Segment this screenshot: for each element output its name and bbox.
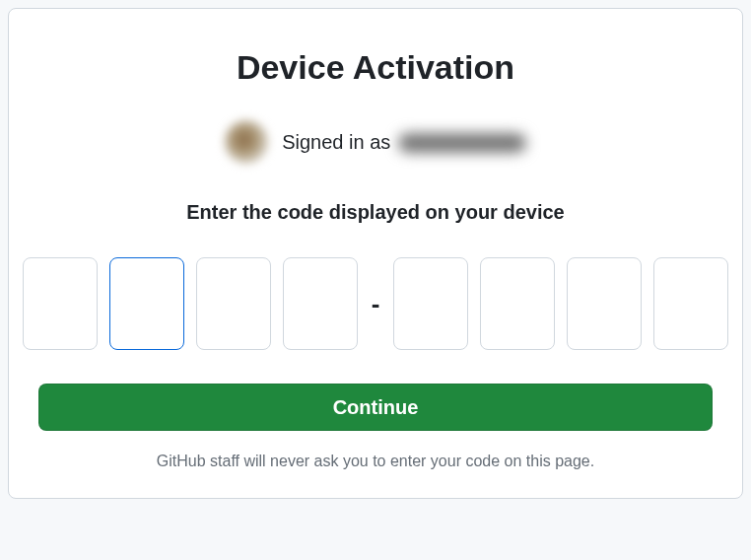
code-separator: -	[370, 289, 382, 319]
signed-in-label: Signed in as	[282, 131, 390, 153]
footer-note: GitHub staff will never ask you to enter…	[157, 453, 594, 470]
code-input-1[interactable]	[23, 257, 98, 350]
code-input-6[interactable]	[480, 257, 555, 350]
code-input-row: -	[38, 257, 713, 350]
signed-in-text: Signed in as	[282, 131, 526, 154]
code-input-7[interactable]	[567, 257, 642, 350]
continue-button[interactable]: Continue	[38, 384, 713, 431]
instruction-text: Enter the code displayed on your device	[186, 201, 564, 224]
code-input-8[interactable]	[653, 257, 728, 350]
code-input-5[interactable]	[393, 257, 468, 350]
activation-card: Device Activation Signed in as Enter the…	[8, 8, 743, 499]
code-input-4[interactable]	[283, 257, 358, 350]
avatar	[225, 120, 268, 164]
code-input-3[interactable]	[196, 257, 271, 350]
page-title: Device Activation	[237, 48, 514, 87]
username-redacted	[398, 133, 526, 153]
code-input-2[interactable]	[109, 257, 184, 350]
signed-in-row: Signed in as	[225, 120, 526, 164]
